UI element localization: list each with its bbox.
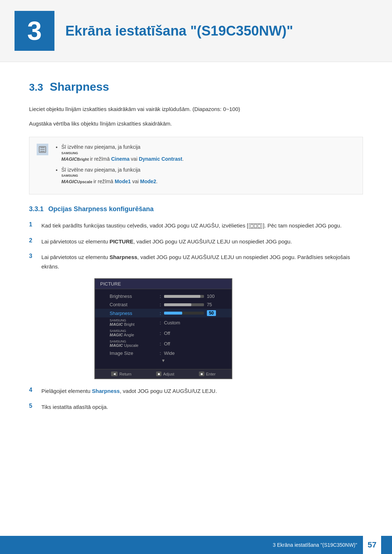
intro-text-1: Lieciet objektu līnijām izskatīties skai…: [29, 104, 363, 114]
footer-return: ◄ Return: [111, 372, 131, 376]
step-number-4: 4: [29, 387, 36, 393]
sharpness-value: 50: [207, 310, 216, 316]
section-number: 3.3: [29, 82, 43, 93]
monitor-item-contrast: Contrast : 75: [95, 300, 232, 309]
step-4: 4 Pielāgojiet elementu Sharpness, vadot …: [29, 386, 363, 396]
note-inner-icon: [39, 146, 46, 153]
mode2-label: Mode2: [140, 178, 156, 184]
brightness-bar-fill: [164, 295, 200, 298]
section-title: Sharpness: [50, 80, 109, 94]
chapter-number: 3: [15, 11, 54, 51]
monitor-item-image-size: Image Size : Wide: [95, 349, 232, 357]
note-item-2: Šī izvēlne nav pieejama, ja funkcija SAM…: [61, 166, 184, 186]
step-3: 3 Lai pārvietotos uz elementu Sharpness,…: [29, 253, 363, 271]
cinema-label: Cinema: [111, 156, 130, 162]
menu-bar: [254, 224, 257, 228]
contrast-label: Contrast: [110, 302, 157, 307]
step-number-2: 2: [29, 237, 36, 244]
monitor-item-magic-bright: SAMSUNGMAGIC Bright : Custom: [95, 317, 232, 328]
monitor-item-sharpness: Sharpness : 50: [95, 309, 232, 317]
step-text-4: Pielāgojiet elementu Sharpness, vadot JO…: [41, 386, 363, 396]
sharpness-bar-bg: [164, 312, 204, 315]
return-icon: ◄: [111, 372, 118, 376]
brightness-label: Brightness: [110, 294, 157, 299]
monitor-menu-list: Brightness : 100 Contrast : 75: [95, 289, 232, 368]
footer-enter: ■ Enter: [199, 372, 215, 376]
page-header: 3 Ekrāna iestatīšana "(S19C350NW)": [0, 0, 392, 62]
subsection-title: Opcijas Sharpness konfigurēšana: [48, 205, 154, 213]
note-icon: [37, 144, 48, 155]
contrast-value: 75: [207, 302, 212, 307]
contrast-bar-container: 75: [164, 302, 212, 307]
image-size-label: Image Size: [110, 350, 157, 356]
dynamic-contrast-label: Dynamic Contrast: [139, 156, 182, 162]
step-number-1: 1: [29, 221, 36, 228]
monitor-item-magic-upscale: SAMSUNGMAGIC Upscale : Off: [95, 338, 232, 349]
enter-label: Enter: [206, 372, 216, 376]
menu-bar: [258, 224, 261, 228]
contrast-bar-fill: [164, 303, 191, 306]
menu-bar: [250, 224, 253, 228]
note-content: Šī izvēlne nav pieejama, ja funkcija SAM…: [54, 143, 184, 188]
page-content: 3.3 Sharpness Lieciet objektu līnijām iz…: [0, 62, 392, 447]
steps-list: 1 Kad tiek parādīts funkcijas taustiņu c…: [29, 221, 363, 271]
return-label: Return: [119, 372, 131, 376]
step-text-2: Lai pārvietotos uz elementu PICTURE, vad…: [41, 237, 363, 246]
page-number: 57: [363, 536, 381, 554]
mode1-label: Mode1: [115, 178, 131, 184]
steps-list-2: 4 Pielāgojiet elementu Sharpness, vadot …: [29, 386, 363, 411]
brightness-bar-container: 100: [164, 294, 215, 299]
sharpness-bar-fill: [164, 312, 182, 315]
step-2: 2 Lai pārvietotos uz elementu PICTURE, v…: [29, 237, 363, 246]
magic-angle-value: Off: [164, 331, 170, 336]
menu-icon: [249, 223, 262, 229]
sharpness-label-step3: Sharpness: [110, 254, 138, 260]
monitor-item-brightness: Brightness : 100: [95, 292, 232, 300]
step-text-3: Lai pārvietotos uz elementu Sharpness, v…: [41, 253, 363, 271]
sharpness-label-monitor: Sharpness: [110, 311, 157, 316]
scroll-arrow: ▼: [95, 357, 232, 365]
page-footer: 3 Ekrāna iestatīšana "(S19C350NW)" 57: [0, 536, 392, 554]
header-title: Ekrāna iestatīšana "(S19C350NW)": [65, 23, 293, 39]
magic-angle-label: SAMSUNGMAGIC Angle: [110, 329, 157, 337]
adjust-icon: ■: [156, 372, 161, 376]
step-number-3: 3: [29, 253, 36, 259]
magic-bright-label: SAMSUNGMAGIC Bright: [110, 319, 157, 327]
sharpness-bar-container: 50: [164, 310, 216, 316]
brightness-value: 100: [207, 294, 215, 299]
intro-text-2: Augstāka vērtība liks objektu līnijām iz…: [29, 119, 363, 128]
magic-upscale-label: SAMSUNGMAGIC Upscale: [110, 340, 157, 348]
magic-upscale-value: Off: [164, 341, 170, 346]
monitor-footer: ◄ Return ■ Adjust ■ Enter: [95, 369, 232, 378]
step-1: 1 Kad tiek parādīts funkcijas taustiņu c…: [29, 221, 363, 230]
note-box: Šī izvēlne nav pieejama, ja funkcija SAM…: [29, 137, 363, 194]
picture-label: PICTURE: [110, 238, 134, 245]
magic-bright-value: Custom: [164, 320, 180, 325]
step-number-5: 5: [29, 403, 36, 409]
contrast-bar-bg: [164, 303, 204, 306]
image-size-value: Wide: [164, 350, 175, 356]
monitor-screenshot: PICTURE Brightness : 100 Contrast :: [94, 278, 232, 379]
note-line: [40, 149, 45, 150]
monitor-title-bar: PICTURE: [95, 279, 232, 289]
sharpness-label-step4: Sharpness: [92, 388, 120, 394]
enter-icon: ■: [199, 372, 204, 376]
adjust-label: Adjust: [163, 372, 175, 376]
note-line: [40, 151, 45, 152]
step-text-5: Tiks iestatīta atlasītā opcija.: [41, 402, 363, 412]
step-5: 5 Tiks iestatīta atlasītā opcija.: [29, 402, 363, 412]
subsection-number: 3.3.1: [29, 205, 44, 213]
footer-text: 3 Ekrāna iestatīšana "(S19C350NW)": [273, 542, 358, 548]
monitor-item-magic-angle: SAMSUNGMAGIC Angle : Off: [95, 328, 232, 338]
note-item-1: Šī izvēlne nav pieejama, ja funkcija SAM…: [61, 143, 184, 164]
section-heading: 3.3 Sharpness: [29, 80, 363, 94]
brightness-bar-bg: [164, 295, 204, 298]
subsection-heading: 3.3.1 Opcijas Sharpness konfigurēšana: [29, 205, 363, 213]
note-line: [40, 147, 45, 148]
footer-adjust: ■ Adjust: [156, 372, 174, 376]
step-text-1: Kad tiek parādīts funkcijas taustiņu ceļ…: [41, 221, 363, 230]
note-lines: [40, 147, 45, 152]
